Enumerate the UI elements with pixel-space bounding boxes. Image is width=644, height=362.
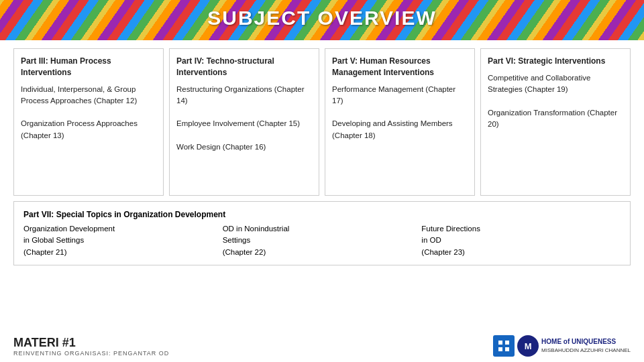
svg-rect-1 (505, 341, 509, 345)
logo-text: HOME of UNIQUENESS MISBAHUDDIN AZZUHRI C… (541, 337, 631, 354)
card-part6-body: Competitive and Collaborative Strategies… (488, 72, 623, 130)
footer-left: MATERI #1 REINVENTING ORGANISASI: PENGAN… (13, 336, 169, 357)
svg-rect-0 (498, 341, 502, 345)
card-part6: Part VI: Strategic Interventions Competi… (480, 48, 631, 196)
card-part6-title: Part VI: Strategic Interventions (488, 56, 623, 67)
footer-right: M HOME of UNIQUENESS MISBAHUDDIN AZZUHRI… (493, 335, 631, 357)
page-title: SUBJECT OVERVIEW (0, 7, 644, 29)
card-part3-title: Part III: Human Process Interventions (21, 56, 156, 78)
card-part5-body: Performance Management (Chapter 17) Deve… (332, 84, 468, 141)
footer: MATERI #1 REINVENTING ORGANISASI: PENGAN… (0, 330, 644, 362)
bottom-title: Part VII: Special Topics in Organization… (23, 208, 621, 221)
card-part5: Part V: Human Resources Management Inter… (325, 48, 475, 196)
logo-blue-icon (493, 335, 515, 357)
bottom-col-3: Future Directionsin OD(Chapter 23) (421, 223, 621, 258)
logo-circle-icon: M (517, 335, 539, 357)
svg-rect-2 (498, 347, 502, 351)
card-part4: Part IV: Techno-structural Interventions… (169, 48, 319, 196)
card-part3-body: Individual, Interpersonal, & Group Proce… (21, 84, 156, 141)
card-part4-title: Part IV: Techno-structural Interventions (176, 56, 312, 78)
title-prefix: SUBJECT (207, 7, 317, 29)
card-part4-body: Restructuring Organizations (Chapter 14)… (176, 84, 312, 154)
bottom-cols: Organization Developmentin Global Settin… (23, 223, 621, 258)
card-part3: Part III: Human Process Interventions In… (13, 48, 164, 196)
bottom-col-2: OD in NonindustrialSettings(Chapter 22) (223, 223, 422, 258)
cards-grid: Part III: Human Process Interventions In… (13, 48, 631, 196)
logo-blue-svg (497, 339, 511, 353)
materi-label: MATERI #1 (13, 336, 169, 350)
title-main: OVERVIEW (318, 7, 437, 29)
footer-subtitle: REINVENTING ORGANISASI: PENGANTAR OD (13, 350, 169, 357)
svg-rect-3 (505, 347, 509, 351)
card-part5-title: Part V: Human Resources Management Inter… (332, 56, 468, 78)
bottom-section: Part VII: Special Topics in Organization… (13, 201, 631, 265)
title-area: SUBJECT OVERVIEW (0, 7, 644, 29)
bottom-col-1: Organization Developmentin Global Settin… (23, 223, 223, 258)
main-content: Part III: Human Process Interventions In… (13, 40, 631, 328)
